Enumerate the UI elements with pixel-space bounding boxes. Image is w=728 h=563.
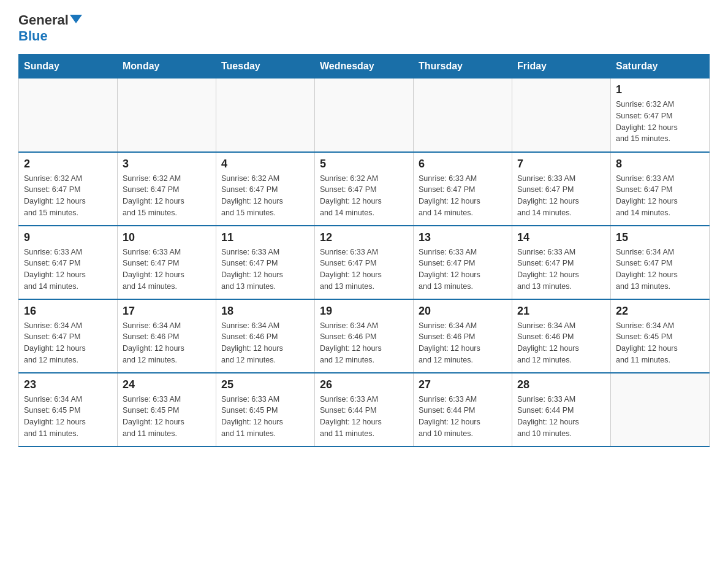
calendar-cell: 5Sunrise: 6:32 AMSunset: 6:47 PMDaylight…: [315, 152, 414, 226]
day-info: Sunrise: 6:33 AMSunset: 6:47 PMDaylight:…: [320, 247, 408, 293]
calendar-cell: 23Sunrise: 6:34 AMSunset: 6:45 PMDayligh…: [19, 373, 118, 446]
weekday-header-row: SundayMondayTuesdayWednesdayThursdayFrid…: [19, 55, 710, 79]
day-number: 2: [24, 158, 112, 170]
calendar-cell: 1Sunrise: 6:32 AMSunset: 6:47 PMDaylight…: [611, 79, 710, 152]
calendar-cell: 13Sunrise: 6:33 AMSunset: 6:47 PMDayligh…: [414, 226, 512, 299]
day-info: Sunrise: 6:34 AMSunset: 6:46 PMDaylight:…: [123, 320, 211, 366]
day-number: 8: [616, 158, 704, 170]
week-row-1: 1Sunrise: 6:32 AMSunset: 6:47 PMDaylight…: [19, 79, 710, 152]
day-number: 28: [517, 378, 605, 391]
day-info: Sunrise: 6:34 AMSunset: 6:46 PMDaylight:…: [419, 320, 507, 366]
calendar-cell: 7Sunrise: 6:33 AMSunset: 6:47 PMDaylight…: [512, 152, 611, 226]
day-info: Sunrise: 6:34 AMSunset: 6:45 PMDaylight:…: [24, 394, 112, 440]
calendar-cell: 20Sunrise: 6:34 AMSunset: 6:46 PMDayligh…: [414, 299, 512, 373]
calendar-cell: 17Sunrise: 6:34 AMSunset: 6:46 PMDayligh…: [118, 299, 216, 373]
day-info: Sunrise: 6:34 AMSunset: 6:47 PMDaylight:…: [24, 320, 112, 366]
day-number: 27: [419, 378, 507, 391]
day-info: Sunrise: 6:33 AMSunset: 6:45 PMDaylight:…: [123, 394, 211, 440]
calendar-cell: 24Sunrise: 6:33 AMSunset: 6:45 PMDayligh…: [118, 373, 216, 446]
day-info: Sunrise: 6:34 AMSunset: 6:46 PMDaylight:…: [320, 320, 408, 366]
calendar-cell: 27Sunrise: 6:33 AMSunset: 6:44 PMDayligh…: [414, 373, 512, 446]
day-number: 11: [221, 231, 309, 244]
weekday-header-wednesday: Wednesday: [315, 55, 414, 79]
day-number: 4: [221, 158, 309, 170]
day-info: Sunrise: 6:34 AMSunset: 6:45 PMDaylight:…: [616, 320, 704, 366]
day-number: 3: [123, 158, 211, 170]
weekday-header-sunday: Sunday: [19, 55, 118, 79]
calendar-cell: 22Sunrise: 6:34 AMSunset: 6:45 PMDayligh…: [611, 299, 710, 373]
week-row-5: 23Sunrise: 6:34 AMSunset: 6:45 PMDayligh…: [19, 373, 710, 446]
day-info: Sunrise: 6:33 AMSunset: 6:47 PMDaylight:…: [616, 173, 704, 219]
weekday-header-thursday: Thursday: [414, 55, 512, 79]
calendar-cell: [414, 79, 512, 152]
day-number: 23: [24, 378, 112, 391]
day-info: Sunrise: 6:33 AMSunset: 6:47 PMDaylight:…: [517, 173, 605, 219]
day-info: Sunrise: 6:32 AMSunset: 6:47 PMDaylight:…: [221, 173, 309, 219]
day-number: 21: [517, 305, 605, 318]
day-info: Sunrise: 6:33 AMSunset: 6:47 PMDaylight:…: [123, 247, 211, 293]
day-number: 6: [419, 158, 507, 170]
day-number: 14: [517, 231, 605, 244]
day-info: Sunrise: 6:32 AMSunset: 6:47 PMDaylight:…: [24, 173, 112, 219]
calendar-cell: 28Sunrise: 6:33 AMSunset: 6:44 PMDayligh…: [512, 373, 611, 446]
calendar-cell: 18Sunrise: 6:34 AMSunset: 6:46 PMDayligh…: [216, 299, 315, 373]
calendar-cell: [118, 79, 216, 152]
weekday-header-friday: Friday: [512, 55, 611, 79]
day-info: Sunrise: 6:32 AMSunset: 6:47 PMDaylight:…: [616, 99, 704, 145]
day-number: 5: [320, 158, 408, 170]
day-number: 12: [320, 231, 408, 244]
day-number: 25: [221, 378, 309, 391]
calendar-cell: [216, 79, 315, 152]
day-info: Sunrise: 6:32 AMSunset: 6:47 PMDaylight:…: [123, 173, 211, 219]
calendar-cell: [19, 79, 118, 152]
day-info: Sunrise: 6:33 AMSunset: 6:45 PMDaylight:…: [221, 394, 309, 440]
calendar-cell: [315, 79, 414, 152]
logo-text: General: [18, 12, 83, 28]
calendar-cell: 19Sunrise: 6:34 AMSunset: 6:46 PMDayligh…: [315, 299, 414, 373]
weekday-header-monday: Monday: [118, 55, 216, 79]
day-info: Sunrise: 6:34 AMSunset: 6:47 PMDaylight:…: [616, 247, 704, 293]
calendar-cell: 3Sunrise: 6:32 AMSunset: 6:47 PMDaylight…: [118, 152, 216, 226]
calendar-cell: 4Sunrise: 6:32 AMSunset: 6:47 PMDaylight…: [216, 152, 315, 226]
calendar-cell: 26Sunrise: 6:33 AMSunset: 6:44 PMDayligh…: [315, 373, 414, 446]
day-number: 19: [320, 305, 408, 318]
day-info: Sunrise: 6:33 AMSunset: 6:47 PMDaylight:…: [517, 247, 605, 293]
calendar-cell: 16Sunrise: 6:34 AMSunset: 6:47 PMDayligh…: [19, 299, 118, 373]
logo-triangle-icon: [70, 15, 82, 23]
day-number: 16: [24, 305, 112, 318]
weekday-header-saturday: Saturday: [611, 55, 710, 79]
day-info: Sunrise: 6:32 AMSunset: 6:47 PMDaylight:…: [320, 173, 408, 219]
logo-blue-text: Blue: [18, 28, 48, 44]
day-number: 7: [517, 158, 605, 170]
day-info: Sunrise: 6:34 AMSunset: 6:46 PMDaylight:…: [221, 320, 309, 366]
day-number: 17: [123, 305, 211, 318]
calendar-cell: 25Sunrise: 6:33 AMSunset: 6:45 PMDayligh…: [216, 373, 315, 446]
day-info: Sunrise: 6:33 AMSunset: 6:47 PMDaylight:…: [419, 173, 507, 219]
calendar-table: SundayMondayTuesdayWednesdayThursdayFrid…: [18, 54, 710, 447]
calendar-cell: 9Sunrise: 6:33 AMSunset: 6:47 PMDaylight…: [19, 226, 118, 299]
calendar-cell: 21Sunrise: 6:34 AMSunset: 6:46 PMDayligh…: [512, 299, 611, 373]
day-info: Sunrise: 6:33 AMSunset: 6:47 PMDaylight:…: [24, 247, 112, 293]
day-info: Sunrise: 6:33 AMSunset: 6:47 PMDaylight:…: [419, 247, 507, 293]
calendar-cell: 12Sunrise: 6:33 AMSunset: 6:47 PMDayligh…: [315, 226, 414, 299]
calendar-cell: 11Sunrise: 6:33 AMSunset: 6:47 PMDayligh…: [216, 226, 315, 299]
day-info: Sunrise: 6:33 AMSunset: 6:44 PMDaylight:…: [419, 394, 507, 440]
weekday-header-tuesday: Tuesday: [216, 55, 315, 79]
calendar-cell: 14Sunrise: 6:33 AMSunset: 6:47 PMDayligh…: [512, 226, 611, 299]
week-row-4: 16Sunrise: 6:34 AMSunset: 6:47 PMDayligh…: [19, 299, 710, 373]
day-number: 22: [616, 305, 704, 318]
calendar-cell: [512, 79, 611, 152]
logo: General Blue: [18, 12, 83, 44]
page-header: General Blue: [18, 12, 710, 44]
day-info: Sunrise: 6:33 AMSunset: 6:44 PMDaylight:…: [320, 394, 408, 440]
day-number: 10: [123, 231, 211, 244]
day-number: 24: [123, 378, 211, 391]
day-info: Sunrise: 6:34 AMSunset: 6:46 PMDaylight:…: [517, 320, 605, 366]
calendar-cell: 10Sunrise: 6:33 AMSunset: 6:47 PMDayligh…: [118, 226, 216, 299]
day-info: Sunrise: 6:33 AMSunset: 6:47 PMDaylight:…: [221, 247, 309, 293]
day-number: 18: [221, 305, 309, 318]
day-number: 20: [419, 305, 507, 318]
day-number: 9: [24, 231, 112, 244]
calendar-cell: 6Sunrise: 6:33 AMSunset: 6:47 PMDaylight…: [414, 152, 512, 226]
day-number: 1: [616, 83, 704, 96]
